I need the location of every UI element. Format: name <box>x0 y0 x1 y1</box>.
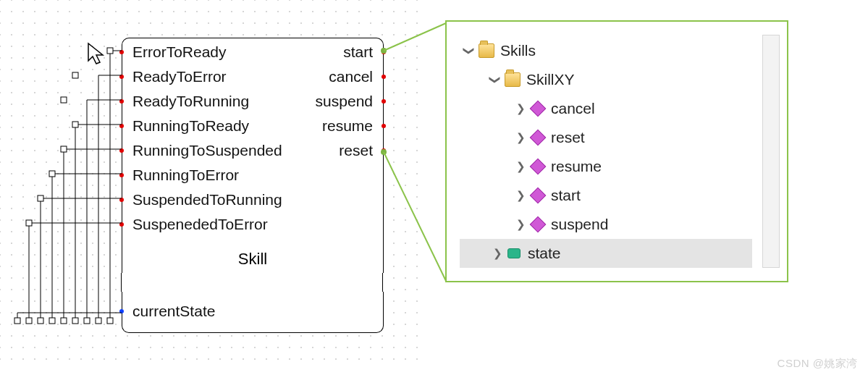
tree-label: cancel <box>551 100 595 117</box>
tree-label: resume <box>551 158 602 175</box>
callout-connector <box>376 22 456 282</box>
output-port[interactable]: suspend <box>122 89 383 114</box>
block-title: Skill <box>122 250 383 269</box>
skill-block-body: ErrorToReady ReadyToError ReadyToRunning… <box>122 38 384 273</box>
watermark: CSDN @姚家湾 <box>778 357 858 371</box>
tree-node-method[interactable]: reset <box>460 123 787 152</box>
chevron-right-icon[interactable] <box>515 160 526 173</box>
block-waist <box>122 273 382 292</box>
output-port[interactable]: reset <box>122 138 383 163</box>
tree-label: Skills <box>500 42 536 59</box>
tree-node-method[interactable]: start <box>460 181 787 210</box>
method-icon <box>530 216 547 233</box>
input-port[interactable]: SuspenededToError <box>122 212 383 237</box>
skill-block-footer: currentState <box>122 292 384 333</box>
method-icon <box>530 159 547 175</box>
tree-label: start <box>551 187 581 204</box>
chevron-down-icon[interactable] <box>463 44 474 57</box>
folder-icon <box>505 72 521 87</box>
chevron-down-icon[interactable] <box>489 73 500 86</box>
state-port[interactable]: currentState <box>122 299 383 324</box>
tree-label: SkillXY <box>526 71 575 88</box>
input-port[interactable]: RunningToError <box>122 163 383 188</box>
port-label: resume <box>322 117 373 135</box>
skill-block[interactable]: ErrorToReady ReadyToError ReadyToRunning… <box>122 38 382 333</box>
chevron-right-icon[interactable] <box>515 131 526 144</box>
output-port[interactable]: cancel <box>122 64 383 89</box>
chevron-right-icon[interactable] <box>515 189 526 202</box>
cursor-icon <box>87 42 107 65</box>
svg-marker-17 <box>88 43 103 64</box>
output-port[interactable]: resume <box>122 114 383 138</box>
method-icon <box>530 101 547 117</box>
tree-label: state <box>528 245 561 262</box>
chevron-right-icon[interactable] <box>515 218 526 231</box>
tree-node-method[interactable]: cancel <box>460 94 787 123</box>
port-label: start <box>343 43 373 61</box>
tree-view[interactable]: Skills SkillXY cancel reset resume start <box>460 36 787 281</box>
port-label: suspend <box>316 93 373 110</box>
chevron-right-icon[interactable] <box>492 247 503 260</box>
tree-node-skillxy[interactable]: SkillXY <box>460 65 787 94</box>
tree-node-skills[interactable]: Skills <box>460 36 787 65</box>
port-label: currentState <box>132 303 215 320</box>
port-label: RunningToError <box>132 167 239 184</box>
chevron-right-icon[interactable] <box>515 102 526 115</box>
svg-line-18 <box>384 23 446 51</box>
port-label: SuspendedToRunning <box>132 191 282 208</box>
variable-icon <box>507 248 521 258</box>
method-icon <box>530 188 547 204</box>
output-port[interactable]: start <box>122 40 383 64</box>
tree-label: reset <box>551 129 585 146</box>
folder-icon <box>479 43 494 58</box>
tree-node-state[interactable]: state <box>460 239 752 268</box>
method-icon <box>530 130 547 146</box>
port-label: SuspenededToError <box>132 216 268 233</box>
input-port[interactable]: SuspendedToRunning <box>122 188 383 212</box>
port-label: reset <box>339 142 373 159</box>
tree-node-method[interactable]: resume <box>460 152 787 181</box>
tree-label: suspend <box>551 216 608 233</box>
svg-line-19 <box>384 152 446 281</box>
tree-panel: Skills SkillXY cancel reset resume start <box>445 20 788 282</box>
port-label: cancel <box>329 68 373 85</box>
tree-node-method[interactable]: suspend <box>460 210 787 239</box>
